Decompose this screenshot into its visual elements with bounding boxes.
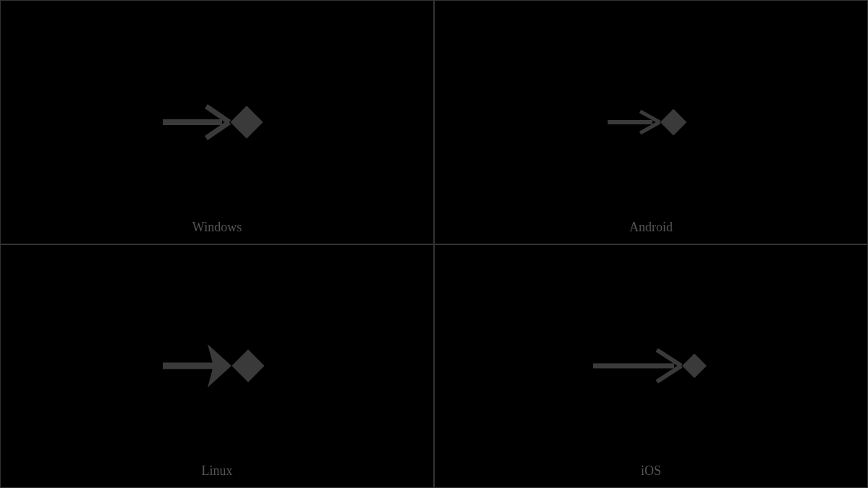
os-label-ios: iOS [641, 463, 661, 479]
glyph-cell-windows: Windows [0, 0, 434, 244]
diamond-icon [660, 108, 687, 135]
os-label-android: Android [629, 220, 673, 235]
arrow-icon [163, 100, 235, 144]
glyph-ios [593, 344, 709, 388]
glyph-linux [163, 344, 271, 388]
arrow-icon [163, 341, 235, 391]
arrow-icon [593, 346, 686, 386]
glyph-cell-ios: iOS [434, 244, 868, 489]
arrow-icon [608, 104, 664, 140]
diamond-icon [231, 350, 264, 382]
diamond-icon [682, 354, 707, 378]
diamond-icon [230, 106, 263, 138]
os-label-linux: Linux [202, 463, 233, 479]
glyph-cell-android: Android [434, 0, 868, 244]
glyph-android [608, 100, 694, 144]
glyph-windows [163, 100, 271, 144]
os-label-windows: Windows [192, 220, 242, 235]
glyph-cell-linux: Linux [0, 244, 434, 489]
